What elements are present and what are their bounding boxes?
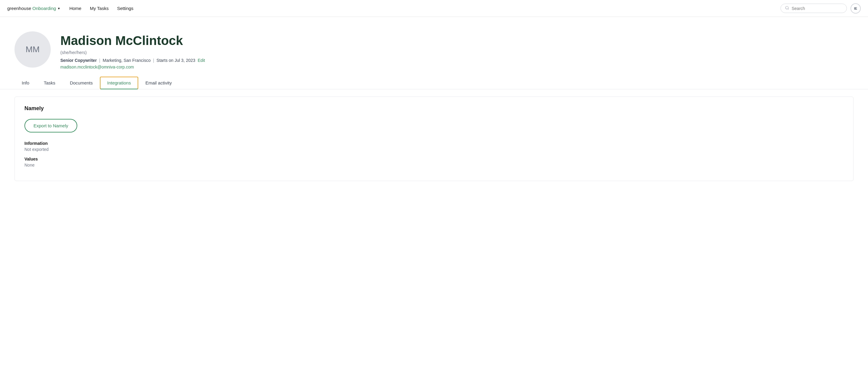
profile-name: Madison McClintock: [60, 34, 205, 48]
info-value: Not exported: [25, 147, 843, 152]
edit-link[interactable]: Edit: [198, 58, 205, 63]
search-box[interactable]: [780, 4, 847, 13]
profile-title: Senior Copywriter: [60, 58, 97, 63]
brand: greenhouse Onboarding ▾: [7, 6, 60, 11]
brand-onboarding: Onboarding: [32, 6, 56, 11]
info-section: Information Not exported: [25, 141, 843, 152]
tab-tasks[interactable]: Tasks: [36, 77, 62, 89]
meta-separator-1: |: [99, 58, 100, 63]
export-to-namely-button[interactable]: Export to Namely: [25, 119, 77, 132]
svg-point-0: [785, 6, 788, 9]
profile-dept-location: Marketing, San Francisco: [103, 58, 151, 63]
meta-separator-2: |: [153, 58, 154, 63]
brand-chevron-icon[interactable]: ▾: [58, 6, 60, 10]
nav-my-tasks[interactable]: My Tasks: [90, 6, 108, 11]
tab-documents[interactable]: Documents: [62, 77, 100, 89]
svg-line-1: [788, 9, 789, 10]
user-avatar-nav[interactable]: IE: [850, 3, 861, 13]
avatar: MM: [14, 31, 51, 68]
profile-email[interactable]: madison.mcclintock@omniva-corp.com: [60, 65, 134, 69]
nav-home[interactable]: Home: [69, 6, 82, 11]
values-section: Values None: [25, 157, 843, 167]
integration-card: Namely Export to Namely Information Not …: [14, 97, 854, 181]
info-label: Information: [25, 141, 843, 146]
tab-integrations[interactable]: Integrations: [100, 77, 138, 89]
profile-pronouns: (she/her/hers): [60, 50, 205, 55]
profile-meta: Senior Copywriter | Marketing, San Franc…: [60, 58, 205, 63]
brand-greenhouse: greenhouse: [7, 6, 31, 11]
profile-start: Starts on Jul 3, 2023: [157, 58, 195, 63]
nav-links: Home My Tasks Settings: [69, 6, 133, 11]
profile-header: MM Madison McClintock (she/her/hers) Sen…: [0, 17, 868, 77]
search-input[interactable]: [792, 6, 842, 11]
integration-title: Namely: [25, 105, 843, 112]
profile-info: Madison McClintock (she/her/hers) Senior…: [60, 31, 205, 69]
values-value: None: [25, 163, 843, 167]
nav-settings[interactable]: Settings: [117, 6, 133, 11]
navbar-right: IE: [780, 3, 861, 13]
tabs-container: Info Tasks Documents Integrations Email …: [0, 77, 868, 89]
search-icon: [785, 6, 789, 11]
tab-info[interactable]: Info: [14, 77, 36, 89]
values-label: Values: [25, 157, 843, 161]
tab-email-activity[interactable]: Email activity: [138, 77, 179, 89]
navbar: greenhouse Onboarding ▾ Home My Tasks Se…: [0, 0, 868, 17]
content: Namely Export to Namely Information Not …: [0, 89, 868, 188]
